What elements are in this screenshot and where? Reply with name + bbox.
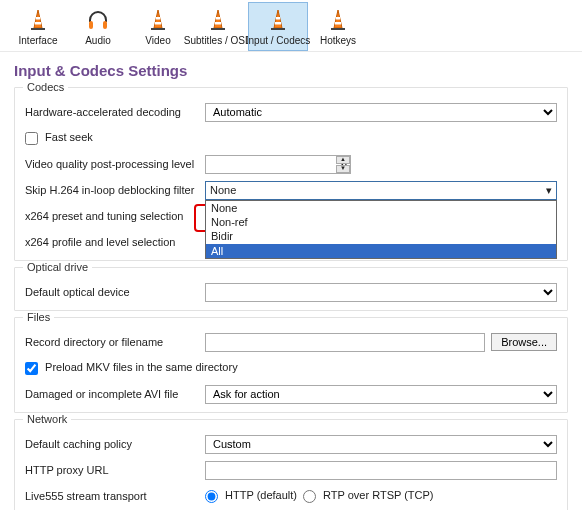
fast-seek-checkbox[interactable]: Fast seek: [25, 131, 93, 145]
group-legend: Codecs: [23, 81, 68, 93]
x264-profile-label: x264 profile and level selection: [25, 236, 205, 248]
transport-rtp-radio[interactable]: RTP over RTSP (TCP): [303, 489, 434, 503]
tab-label: Video: [145, 35, 170, 46]
chevron-down-icon: ▾: [546, 184, 552, 197]
tab-label: Hotkeys: [320, 35, 356, 46]
group-network: Network Default caching policy Custom HT…: [14, 419, 568, 510]
live555-label: Live555 stream transport: [25, 490, 205, 502]
cone-icon: [147, 7, 169, 33]
svg-rect-12: [215, 22, 221, 25]
tab-label: Input / Codecs: [246, 35, 310, 46]
tab-audio[interactable]: Audio: [68, 2, 128, 51]
svg-rect-17: [271, 28, 285, 30]
x264-preset-label: x264 preset and tuning selection: [25, 210, 205, 222]
tab-video[interactable]: Video: [128, 2, 188, 51]
tab-label: Audio: [85, 35, 111, 46]
cone-icon: [327, 7, 349, 33]
headphones-icon: [86, 7, 110, 33]
tab-label: Subtitles / OSD: [184, 35, 252, 46]
spin-down-icon[interactable]: ▼: [336, 165, 350, 173]
avi-label: Damaged or incomplete AVI file: [25, 388, 205, 400]
cone-icon: [267, 7, 289, 33]
svg-rect-2: [35, 22, 41, 25]
cache-select[interactable]: Custom: [205, 435, 557, 454]
proxy-input[interactable]: [205, 461, 557, 480]
hw-decoding-select[interactable]: Automatic: [205, 103, 557, 122]
group-optical: Optical drive Default optical device: [14, 267, 568, 311]
group-codecs: Codecs Hardware-accelerated decoding Aut…: [14, 87, 568, 261]
post-level-label: Video quality post-processing level: [25, 158, 205, 170]
avi-select[interactable]: Ask for action: [205, 385, 557, 404]
svg-rect-9: [151, 28, 165, 30]
deblock-dropdown-list: None Non-ref Bidir Non-key All: [205, 200, 557, 259]
record-dir-label: Record directory or filename: [25, 336, 205, 348]
svg-rect-13: [211, 28, 225, 30]
svg-rect-7: [156, 17, 160, 20]
svg-rect-21: [331, 28, 345, 30]
group-legend: Files: [23, 311, 54, 323]
svg-rect-15: [276, 17, 280, 20]
deblock-select[interactable]: None ▾: [205, 181, 557, 200]
svg-rect-20: [335, 22, 341, 25]
deblock-option-all[interactable]: All: [206, 244, 556, 258]
deblock-label: Skip H.264 in-loop deblocking filter: [25, 184, 205, 196]
hw-decoding-label: Hardware-accelerated decoding: [25, 106, 205, 118]
svg-rect-3: [31, 28, 45, 30]
group-legend: Network: [23, 413, 71, 425]
svg-rect-19: [336, 17, 340, 20]
cone-icon: [207, 7, 229, 33]
tab-subtitles[interactable]: Subtitles / OSD: [188, 2, 248, 51]
cache-label: Default caching policy: [25, 438, 205, 450]
post-level-spinner[interactable]: ▲ ▼: [205, 155, 351, 174]
svg-rect-16: [275, 22, 281, 25]
default-optical-label: Default optical device: [25, 286, 205, 298]
svg-rect-5: [103, 21, 107, 29]
proxy-label: HTTP proxy URL: [25, 464, 205, 476]
cone-icon: [27, 7, 49, 33]
settings-toolbar: Interface Audio Video Subtitles / OSD In…: [0, 0, 582, 52]
deblock-option-nonref[interactable]: Non-ref: [206, 215, 556, 229]
preload-mkv-checkbox[interactable]: Preload MKV files in the same directory: [25, 361, 238, 375]
tab-hotkeys[interactable]: Hotkeys: [308, 2, 368, 51]
svg-rect-8: [155, 22, 161, 25]
svg-rect-1: [36, 17, 40, 20]
group-files: Files Record directory or filename Brows…: [14, 317, 568, 413]
deblock-option-bidir[interactable]: Bidir: [206, 229, 556, 243]
browse-button[interactable]: Browse...: [491, 333, 557, 351]
tab-interface[interactable]: Interface: [8, 2, 68, 51]
svg-rect-4: [89, 21, 93, 29]
default-optical-select[interactable]: [205, 283, 557, 302]
group-legend: Optical drive: [23, 261, 92, 273]
deblock-option-none[interactable]: None: [206, 201, 556, 215]
svg-rect-11: [216, 17, 220, 20]
spin-up-icon[interactable]: ▲: [336, 156, 350, 164]
page-title: Input & Codecs Settings: [14, 62, 568, 79]
transport-http-radio[interactable]: HTTP (default): [205, 489, 297, 503]
record-dir-input[interactable]: [205, 333, 485, 352]
tab-input-codecs[interactable]: Input / Codecs: [248, 2, 308, 51]
tab-label: Interface: [19, 35, 58, 46]
